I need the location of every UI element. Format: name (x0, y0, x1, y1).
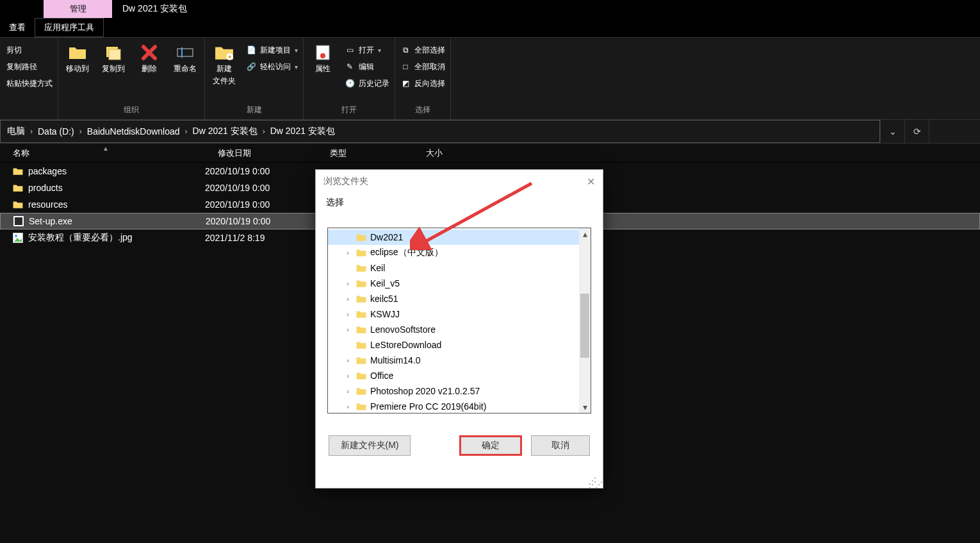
breadcrumb-item[interactable]: BaiduNetdiskDownload (85, 126, 183, 137)
address-bar: 电脑› Data (D:)› BaiduNetdiskDownload› Dw … (0, 119, 980, 144)
tab-manage-context[interactable]: 管理 (44, 0, 112, 18)
tree-item-label: KSWJJ (370, 309, 400, 319)
column-date[interactable]: 修改日期 (205, 144, 317, 162)
scroll-thumb[interactable] (580, 294, 589, 358)
tree-item-label: Dw2021 (370, 232, 403, 242)
tree-item-label: eclipse（中文版） (370, 247, 443, 258)
file-date: 2020/10/19 0:00 (205, 199, 317, 210)
folder-icon (356, 325, 366, 334)
expand-icon[interactable]: › (343, 356, 352, 364)
tree-item[interactable]: Keil (328, 260, 579, 276)
refresh-button[interactable]: ⟳ (904, 119, 929, 144)
folder-tree[interactable]: Dw2021›eclipse（中文版）Keil›Keil_v5›keilc51›… (328, 228, 579, 413)
copy-to-button[interactable]: 复制到 (97, 40, 130, 74)
resize-grip-icon[interactable]: ⋰⋰⋰ (589, 479, 601, 487)
expand-icon[interactable]: › (343, 310, 352, 318)
folder-icon (356, 402, 366, 411)
file-date: 2020/10/19 0:00 (206, 216, 318, 226)
scroll-down-icon[interactable]: ▾ (579, 401, 591, 413)
group-label-select: 选择 (415, 103, 430, 118)
tab-view[interactable]: 查看 (0, 18, 35, 37)
expand-icon[interactable]: › (343, 249, 352, 256)
tree-item[interactable]: ›Photoshop 2020 v21.0.2.57 (328, 383, 579, 399)
close-icon[interactable]: ✕ (587, 176, 595, 188)
window-title: Dw 2021 安装包 (112, 0, 187, 18)
folder-icon (356, 279, 366, 288)
file-name: products (28, 183, 63, 193)
properties-button[interactable]: 属性 (306, 40, 339, 74)
expand-icon[interactable]: › (343, 295, 352, 303)
cancel-button[interactable]: 取消 (531, 435, 590, 456)
tree-item-label: Keil (370, 263, 385, 273)
folder-icon (356, 248, 366, 257)
ok-button[interactable]: 确定 (459, 435, 522, 456)
svg-rect-1 (109, 49, 120, 60)
expand-icon[interactable]: › (343, 403, 352, 410)
svg-point-11 (15, 235, 17, 237)
file-date: 2020/10/19 0:00 (205, 183, 317, 193)
file-name: Set-up.exe (29, 216, 72, 226)
delete-button[interactable]: 删除 (133, 40, 166, 74)
tree-item[interactable]: ›Multisim14.0 (328, 353, 579, 368)
breadcrumb-item[interactable]: 电脑 (4, 126, 28, 137)
group-label-organize: 组织 (124, 103, 139, 118)
breadcrumb-item[interactable]: Data (D:) (35, 126, 77, 137)
tree-item[interactable]: LeStoreDownload (328, 337, 579, 353)
tree-item[interactable]: ›Keil_v5 (328, 276, 579, 291)
address-dropdown[interactable]: ⌄ (880, 119, 904, 144)
column-type[interactable]: 类型 (317, 144, 413, 162)
tree-item-label: Keil_v5 (370, 278, 400, 288)
expand-icon[interactable]: › (343, 372, 352, 380)
tree-item[interactable]: Dw2021 (328, 230, 579, 245)
easy-access-button[interactable]: 🔗轻松访问▾ (243, 60, 300, 74)
tree-item[interactable]: ›Office (328, 368, 579, 383)
svg-rect-9 (15, 217, 22, 225)
cut-button[interactable]: 剪切 (4, 43, 55, 57)
rename-button[interactable]: 重命名 (168, 40, 202, 74)
tree-item-label: keilc51 (370, 294, 398, 304)
folder-icon (13, 183, 23, 193)
tree-scrollbar[interactable]: ▴ ▾ (579, 228, 591, 413)
breadcrumb-item[interactable]: Dw 2021 安装包 (190, 126, 260, 137)
new-folder-button[interactable]: 新建文件夹(M) (329, 435, 411, 456)
expand-icon[interactable]: › (343, 326, 352, 333)
new-folder-button[interactable]: ✦ 新建 文件夹 (208, 40, 241, 87)
column-size[interactable]: 大小 (413, 144, 490, 162)
image-icon (13, 233, 23, 243)
new-folder-icon: ✦ (215, 43, 234, 62)
ribbon: 剪切 复制路径 粘贴快捷方式 移动到 复制到 删除 重命名 (0, 37, 980, 119)
breadcrumb[interactable]: 电脑› Data (D:)› BaiduNetdiskDownload› Dw … (0, 120, 880, 143)
chevron-right-icon: › (185, 127, 188, 136)
history-button[interactable]: 🕑历史记录 (342, 76, 392, 90)
edit-button[interactable]: ✎编辑 (342, 60, 392, 74)
paste-shortcut-button[interactable]: 粘贴快捷方式 (4, 76, 55, 90)
rename-icon (176, 43, 195, 62)
invert-selection-icon: ◩ (400, 78, 411, 88)
tree-item[interactable]: ›keilc51 (328, 291, 579, 306)
breadcrumb-item[interactable]: Dw 2021 安装包 (268, 126, 338, 137)
tree-item[interactable]: ›Premiere Pro CC 2019(64bit) (328, 399, 579, 413)
tree-item[interactable]: ›KSWJJ (328, 306, 579, 322)
column-name[interactable]: 名称 ▲ (0, 144, 205, 162)
copy-path-button[interactable]: 复制路径 (4, 60, 55, 74)
edit-icon: ✎ (345, 62, 355, 72)
tree-item[interactable]: ›eclipse（中文版） (328, 245, 579, 260)
folder-icon (68, 43, 87, 62)
title-strip: 管理 Dw 2021 安装包 (0, 0, 980, 18)
invert-selection-button[interactable]: ◩反向选择 (398, 76, 448, 90)
dialog-title: 浏览文件夹 (323, 176, 368, 187)
tab-app-tools[interactable]: 应用程序工具 (35, 18, 104, 37)
open-icon: ▭ (345, 45, 355, 55)
select-none-button[interactable]: □全部取消 (398, 60, 448, 74)
select-all-button[interactable]: ⧉全部选择 (398, 43, 448, 57)
expand-icon[interactable]: › (343, 387, 352, 395)
folder-icon (356, 340, 366, 349)
move-to-button[interactable]: 移动到 (61, 40, 94, 74)
open-button[interactable]: ▭打开▾ (342, 43, 392, 57)
scroll-up-icon[interactable]: ▴ (579, 228, 591, 240)
chevron-right-icon: › (263, 127, 265, 136)
tree-item-label: LenovoSoftstore (370, 324, 436, 335)
new-item-button[interactable]: 📄新建项目▾ (243, 43, 300, 57)
tree-item[interactable]: ›LenovoSoftstore (328, 322, 579, 337)
expand-icon[interactable]: › (343, 280, 352, 287)
